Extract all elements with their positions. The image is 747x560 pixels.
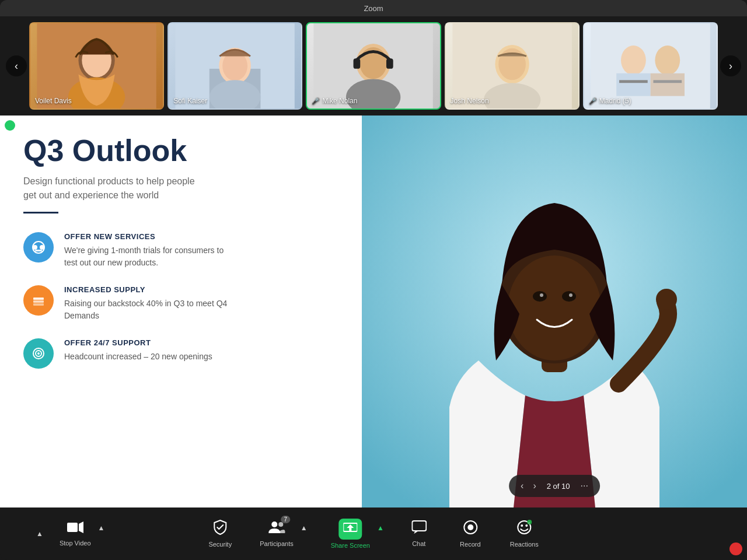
participants-button[interactable]: 7 Participants: [254, 516, 299, 552]
svg-point-80: [271, 522, 277, 527]
slide-prev-button[interactable]: ‹: [517, 478, 527, 494]
participant-name-sofi: Sofi Kaiser: [173, 97, 207, 105]
stop-video-group: Stop Video ▲: [54, 516, 106, 551]
strip-next-button[interactable]: ›: [720, 55, 741, 76]
slide-more-button[interactable]: ···: [577, 478, 592, 494]
slide-item-3: OFFER 24/7 SUPPORT Headcount increased –…: [23, 338, 338, 369]
participant-tile-voilet[interactable]: Voilet Davis: [29, 22, 164, 110]
svg-point-27: [33, 245, 37, 250]
svg-rect-23: [650, 74, 684, 96]
svg-marker-83: [347, 524, 354, 531]
participants-group: 7 Participants ▲: [254, 516, 308, 552]
share-screen-label: Share Screen: [331, 542, 370, 549]
slide-item-2: INCREASED SUPPLY Raising our backstock 4…: [23, 285, 338, 322]
svg-point-35: [37, 352, 40, 355]
slide-item-3-body: Headcount increased – 20 new openings: [64, 351, 212, 363]
red-indicator: [729, 542, 742, 555]
svg-point-73: [533, 291, 547, 302]
participant-name-madrid: 🎤 Madrid (5): [589, 97, 631, 105]
toolbar-center: Security 7 Participants ▲: [203, 514, 544, 554]
participant-name-voilet: Voilet Davis: [35, 97, 72, 105]
svg-rect-30: [33, 298, 44, 300]
slide-item-2-heading: INCREASED SUPPLY: [64, 285, 228, 294]
slide-divider: [23, 212, 58, 214]
slide-item-3-text: OFFER 24/7 SUPPORT Headcount increased –…: [64, 338, 212, 363]
reactions-label: Reactions: [510, 541, 539, 548]
title-bar: Zoom: [0, 0, 747, 16]
strip-prev-button[interactable]: ‹: [6, 55, 27, 76]
svg-point-74: [562, 291, 576, 302]
share-screen-group: Share Screen ▲: [325, 514, 385, 554]
toolbar: ▲ Stop Video ▲: [0, 508, 747, 560]
security-icon: [213, 520, 227, 538]
video-icon: [67, 521, 83, 537]
stop-video-button[interactable]: Stop Video: [54, 516, 97, 551]
svg-rect-84: [412, 521, 426, 531]
slide-item-2-text: INCREASED SUPPLY Raising our backstock 4…: [64, 285, 228, 322]
slide-item-2-body: Raising our backstock 40% in Q3 to meet …: [64, 298, 228, 322]
expand-arrow-button[interactable]: ▲: [35, 528, 44, 539]
participant-tile-mike[interactable]: 🎤 Mike Nolan: [306, 22, 441, 110]
slide-controls: ‹ › 2 of 10 ···: [509, 475, 600, 497]
toolbar-left: ▲ Stop Video ▲: [35, 516, 106, 551]
slide-title: Q3 Outlook: [23, 134, 338, 167]
svg-point-28: [40, 245, 44, 250]
svg-rect-31: [33, 300, 44, 303]
slide-panel: Q3 Outlook Design functional products to…: [0, 116, 362, 508]
green-status-dot: [5, 120, 15, 131]
app-title: Zoom: [364, 4, 383, 13]
share-screen-button[interactable]: Share Screen: [325, 514, 376, 554]
slide-icon-supply: [23, 285, 54, 316]
svg-rect-13: [354, 58, 361, 69]
participants-count-badge: 7: [281, 516, 290, 523]
slide-icon-services: [23, 232, 54, 262]
video-chevron-button[interactable]: ▲: [97, 523, 106, 533]
slide-item-1-text: OFFER NEW SERVICES We're giving 1-month …: [64, 232, 228, 269]
slide-subtitle: Design functional products to help peopl…: [23, 174, 210, 202]
slide-item-1-heading: OFFER NEW SERVICES: [64, 232, 228, 241]
participant-tile-josh[interactable]: Josh Nelson: [445, 22, 580, 110]
slide-next-button[interactable]: ›: [529, 478, 539, 494]
mic-off-indicator-mike: 🎤: [312, 97, 320, 105]
security-button[interactable]: Security: [203, 515, 238, 552]
svg-point-77: [656, 289, 677, 310]
stop-video-label: Stop Video: [60, 540, 91, 547]
record-button[interactable]: Record: [453, 515, 488, 552]
svg-rect-29: [35, 250, 42, 251]
slide-icon-support: [23, 338, 54, 369]
svg-point-20: [621, 46, 646, 75]
chat-icon: [411, 520, 427, 538]
svg-point-76: [569, 293, 573, 297]
svg-point-21: [655, 46, 680, 75]
chat-button[interactable]: Chat: [402, 516, 437, 552]
participant-name-josh: Josh Nelson: [451, 97, 489, 105]
participant-tile-sofi[interactable]: Sofi Kaiser: [167, 22, 302, 110]
svg-marker-79: [79, 522, 83, 533]
reactions-icon: +: [516, 520, 532, 538]
svg-point-72: [508, 256, 601, 360]
participant-tile-madrid[interactable]: 🎤 Madrid (5): [583, 22, 718, 110]
record-label: Record: [460, 541, 480, 548]
participants-chevron-button[interactable]: ▲: [299, 523, 309, 533]
slide-item-3-heading: OFFER 24/7 SUPPORT: [64, 338, 212, 347]
participant-name-mike: 🎤 Mike Nolan: [312, 97, 357, 105]
svg-rect-25: [653, 80, 682, 83]
record-icon: [463, 520, 478, 538]
svg-point-90: [525, 524, 528, 527]
share-chevron-button[interactable]: ▲: [376, 523, 385, 533]
slide-item-1-body: We're giving 1-month trials for consumer…: [64, 244, 228, 269]
participants-label: Participants: [260, 540, 293, 547]
svg-rect-24: [619, 80, 648, 83]
svg-rect-22: [616, 74, 650, 96]
svg-point-89: [521, 524, 523, 527]
security-label: Security: [208, 541, 232, 548]
reactions-button[interactable]: + Reactions: [504, 515, 544, 552]
chat-label: Chat: [412, 540, 425, 547]
participants-icon: 7: [268, 520, 285, 538]
video-panel: ‹ › 2 of 10 ···: [362, 116, 747, 508]
share-screen-icon: [338, 519, 362, 540]
svg-rect-14: [386, 58, 393, 69]
slide-page-indicator: 2 of 10: [542, 482, 575, 491]
main-area: Q3 Outlook Design functional products to…: [0, 116, 747, 508]
svg-point-87: [467, 524, 473, 530]
